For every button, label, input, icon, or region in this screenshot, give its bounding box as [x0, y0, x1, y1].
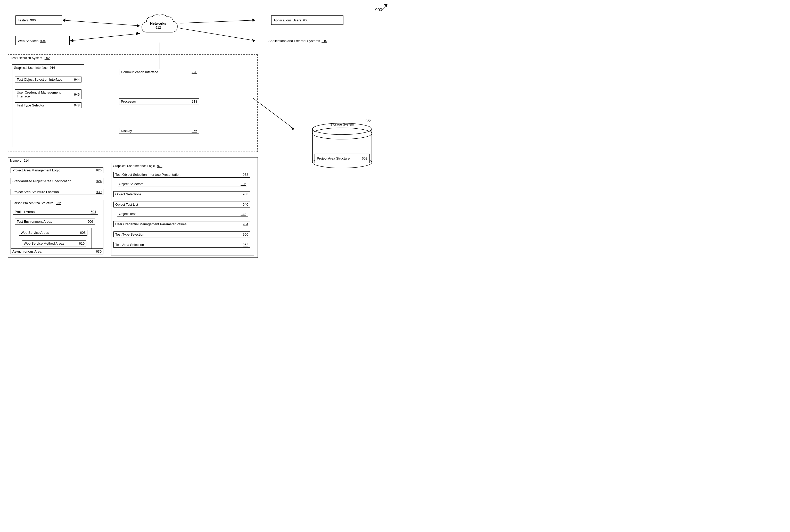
tas-row: Test Area Selection 952	[113, 242, 250, 248]
tosip-row: Test Object Selection Interface Presenta…	[113, 172, 250, 177]
display-row: Display 956	[119, 128, 199, 134]
testers-box: Testers 906	[16, 16, 62, 25]
storage-system-container: Storage System 922 Project Area Structur…	[310, 118, 374, 170]
tosi-row: Test Object Selection Interface 944	[15, 77, 81, 82]
svg-line-14	[253, 98, 294, 129]
networks-label: Networks	[150, 21, 166, 25]
wsa-row: Web Service Areas 608	[19, 230, 88, 235]
async-row: Asynchronous Area 630	[11, 248, 104, 254]
project-area-structure-box: Project Area Structure 602	[315, 154, 370, 163]
svg-marker-6	[70, 39, 74, 42]
comm-interface-row: Communication Interface 920	[119, 69, 199, 75]
tes-num: 902	[44, 56, 50, 60]
wsa-section: Web Service Areas 608 Web Service Method…	[17, 228, 92, 251]
test-execution-system-container: Test Execution System 902 Graphical User…	[8, 54, 258, 152]
svg-marker-11	[252, 39, 255, 42]
processor-row: Processor 918	[119, 98, 199, 104]
pa-row: Project Areas 604	[13, 209, 98, 215]
svg-marker-4	[62, 19, 65, 22]
ref-arrow-icon	[380, 4, 388, 12]
gui-section: Graphical User Interface 916 Test Object…	[12, 64, 84, 147]
wsma-row: Web Service Method Areas 610	[22, 241, 87, 246]
svg-marker-15	[291, 127, 294, 130]
tes-label: Test Execution System	[11, 56, 42, 60]
pasl-row: Project Area Structure Location 930	[11, 189, 104, 195]
gui-logic-section: Graphical User Interface Logic 928 Test …	[111, 163, 254, 255]
otl-row: Object Test List 940	[113, 202, 250, 208]
memory-section: Memory 914 Project Area Management Logic…	[8, 157, 258, 258]
ot-row: Object Test 942	[117, 211, 248, 217]
applications-users-box: Applications Users 908	[271, 16, 343, 25]
svg-line-2	[62, 20, 140, 26]
diagram: 900 Testers 906 Web Services 904 Applica…	[0, 0, 395, 266]
storage-label: Storage System	[310, 122, 374, 126]
tea-row: Test Environment Areas 606	[15, 218, 95, 225]
parsed-section: Parsed Project Area Structure 932 Projec…	[11, 200, 104, 254]
paml-row: Project Area Management Logic 926	[11, 167, 104, 173]
spas-row: Standardized Project Area Specification …	[11, 178, 104, 184]
networks-cloud: Networks 912	[139, 12, 181, 45]
applications-external-box: Applications and External Systems 910	[266, 36, 359, 45]
osel-row: Object Selections 938	[113, 191, 250, 197]
tts-row: Test Type Selector 948	[15, 102, 81, 108]
web-services-box: Web Services 904	[16, 36, 70, 45]
svg-marker-9	[252, 19, 255, 22]
tts-row2: Test Type Selection 950	[113, 231, 250, 238]
storage-num: 922	[365, 119, 371, 123]
svg-line-5	[70, 34, 140, 41]
svg-line-10	[181, 28, 255, 41]
networks-num: 912	[150, 25, 166, 30]
os-row: Object Selectors 936	[117, 181, 248, 187]
ucmpv-row: User Credential Management Parameter Val…	[113, 221, 250, 227]
svg-line-8	[181, 20, 255, 23]
ucmi-row: User Credential Management Interface 946	[15, 90, 81, 99]
